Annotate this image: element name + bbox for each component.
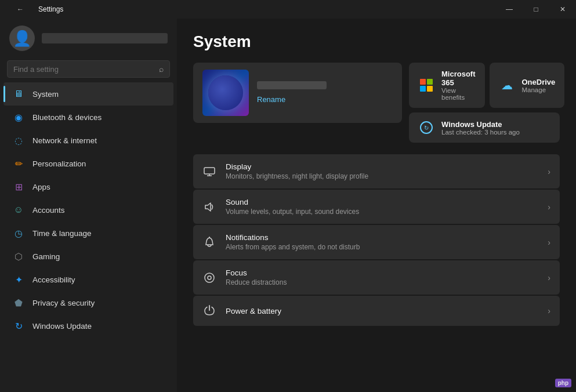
sidebar-item-gaming[interactable]: ⬡Gaming <box>3 245 173 268</box>
sidebar-item-network[interactable]: ◌Network & internet <box>3 129 173 152</box>
focus-text: FocusReduce distractions <box>226 268 538 286</box>
display-settings-icon <box>202 165 216 179</box>
bluetooth-nav-icon: ◉ <box>13 111 24 123</box>
svg-marker-3 <box>205 203 211 211</box>
sidebar-item-label-accounts: Accounts <box>32 206 65 215</box>
privacy-nav-icon: ⬟ <box>13 297 24 308</box>
sidebar-item-windowsupdate[interactable]: ↻Windows Update <box>3 314 173 337</box>
back-button[interactable]: ← <box>7 0 34 19</box>
device-card: Rename <box>193 63 402 123</box>
right-cards: Microsoft 365 View benefits ☁ OneDrive M… <box>409 63 560 143</box>
sidebar-item-label-windowsupdate: Windows Update <box>32 322 92 331</box>
settings-item-focus[interactable]: FocusReduce distractions› <box>193 260 560 295</box>
search-box[interactable]: ⌕ <box>7 60 170 78</box>
time-nav-icon: ◷ <box>13 227 24 239</box>
sidebar-item-label-system: System <box>32 90 59 99</box>
focus-title: Focus <box>226 268 538 277</box>
app-title: Settings <box>38 5 63 13</box>
power-text: Power & battery <box>226 307 538 315</box>
rename-link[interactable]: Rename <box>257 95 285 104</box>
sidebar-item-privacy[interactable]: ⬟Privacy & security <box>3 291 173 314</box>
sidebar-item-bluetooth[interactable]: ◉Bluetooth & devices <box>3 106 173 129</box>
svg-point-6 <box>208 276 211 280</box>
windows-update-title: Windows Update <box>441 120 550 129</box>
display-chevron-icon: › <box>548 167 550 176</box>
device-info: Rename <box>257 81 393 104</box>
windowsupdate-nav-icon: ↻ <box>13 320 24 332</box>
focus-subtitle: Reduce distractions <box>226 278 538 286</box>
settings-list: DisplayMonitors, brightness, night light… <box>193 154 560 326</box>
system-nav-icon: 🖥 <box>13 88 24 100</box>
close-button[interactable]: ✕ <box>549 0 576 19</box>
titlebar-controls: — □ ✕ <box>496 0 576 19</box>
minimize-button[interactable]: — <box>496 0 523 19</box>
titlebar-left: ← Settings <box>7 0 63 19</box>
nav-items: 🖥System◉Bluetooth & devices◌Network & in… <box>0 82 177 337</box>
search-input[interactable] <box>13 65 154 74</box>
sidebar-item-time[interactable]: ◷Time & language <box>3 222 173 245</box>
sound-settings-icon <box>202 200 216 214</box>
onedrive-card[interactable]: ☁ OneDrive Manage <box>490 63 565 108</box>
sidebar-item-label-privacy: Privacy & security <box>32 299 95 307</box>
focus-settings-icon <box>202 271 216 285</box>
avatar: 👤 <box>9 26 35 51</box>
ms365-title: Microsoft 365 <box>441 70 476 87</box>
update-circle-icon: ↻ <box>420 121 433 134</box>
sidebar-item-label-accessibility: Accessibility <box>32 275 75 284</box>
sidebar-item-label-apps: Apps <box>32 183 50 191</box>
display-text: DisplayMonitors, brightness, night light… <box>226 162 538 180</box>
settings-item-display[interactable]: DisplayMonitors, brightness, night light… <box>193 154 560 188</box>
sidebar-item-accounts[interactable]: ☺Accounts <box>3 198 173 222</box>
windows-update-icon: ↻ <box>418 119 434 136</box>
titlebar: ← Settings — □ ✕ <box>0 0 576 19</box>
windows-update-card[interactable]: ↻ Windows Update Last checked: 3 hours a… <box>409 112 560 143</box>
onedrive-text: OneDrive Manage <box>522 78 556 93</box>
notifications-text: NotificationsAlerts from apps and system… <box>226 233 538 251</box>
svg-point-5 <box>205 273 214 282</box>
sidebar-item-label-time: Time & language <box>32 229 92 238</box>
power-chevron-icon: › <box>548 306 550 315</box>
sound-title: Sound <box>226 198 538 206</box>
svg-rect-0 <box>204 168 215 174</box>
display-subtitle: Monitors, brightness, night light, displ… <box>226 172 538 180</box>
notifications-chevron-icon: › <box>548 238 550 247</box>
sound-text: SoundVolume levels, output, input, sound… <box>226 198 538 216</box>
main-layout: 👤 ⌕ 🖥System◉Bluetooth & devices◌Network … <box>0 19 576 392</box>
sidebar-item-label-personalization: Personalization <box>32 159 86 168</box>
accounts-nav-icon: ☺ <box>13 204 24 216</box>
accessibility-nav-icon: ✦ <box>13 274 24 285</box>
settings-item-power[interactable]: Power & battery› <box>193 296 560 326</box>
power-settings-icon <box>202 304 216 318</box>
top-section: Rename <box>193 63 560 143</box>
settings-item-notifications[interactable]: NotificationsAlerts from apps and system… <box>193 225 560 259</box>
sidebar-item-apps[interactable]: ⊞Apps <box>3 175 173 198</box>
ms365-icon <box>418 77 434 93</box>
onedrive-subtitle: Manage <box>522 86 556 93</box>
sidebar-item-label-bluetooth: Bluetooth & devices <box>32 113 102 122</box>
sidebar-item-label-gaming: Gaming <box>32 252 60 261</box>
maximize-button[interactable]: □ <box>523 0 549 19</box>
onedrive-title: OneDrive <box>522 78 556 86</box>
notifications-title: Notifications <box>226 233 538 242</box>
sidebar: 👤 ⌕ 🖥System◉Bluetooth & devices◌Network … <box>0 19 177 392</box>
power-title: Power & battery <box>226 307 538 315</box>
device-name-bar <box>257 81 327 89</box>
service-cards-row: Microsoft 365 View benefits ☁ OneDrive M… <box>409 63 560 108</box>
personalization-nav-icon: ✏ <box>13 158 24 169</box>
user-icon: 👤 <box>13 30 31 48</box>
microsoft365-card[interactable]: Microsoft 365 View benefits <box>409 63 485 108</box>
display-title: Display <box>226 162 538 171</box>
sidebar-item-label-network: Network & internet <box>32 136 97 145</box>
ms365-text: Microsoft 365 View benefits <box>441 70 476 101</box>
page-title: System <box>193 32 560 51</box>
network-nav-icon: ◌ <box>13 135 24 146</box>
ms365-subtitle: View benefits <box>441 87 476 101</box>
windows-update-subtitle: Last checked: 3 hours ago <box>441 129 550 136</box>
sidebar-item-system[interactable]: 🖥System <box>3 82 173 106</box>
sidebar-item-personalization[interactable]: ✏Personalization <box>3 152 173 175</box>
user-profile: 👤 <box>0 19 177 58</box>
settings-item-sound[interactable]: SoundVolume levels, output, input, sound… <box>193 190 560 224</box>
content-area: System Rename <box>177 19 576 392</box>
notifications-settings-icon <box>202 235 216 249</box>
sidebar-item-accessibility[interactable]: ✦Accessibility <box>3 268 173 291</box>
